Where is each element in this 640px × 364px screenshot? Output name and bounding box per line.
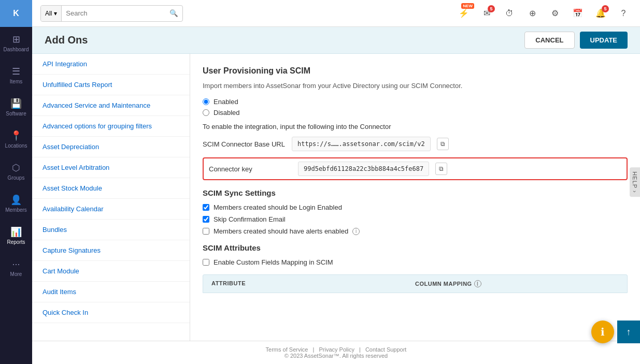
- connector-key-row: Connector key 99d5ebfd61128a22c3bb884a4c…: [203, 157, 628, 180]
- nav-item-bundles[interactable]: Bundles: [32, 220, 190, 240]
- sidebar-label-items: Items: [10, 79, 22, 84]
- sidebar-item-items[interactable]: ☰ Items: [0, 59, 32, 91]
- sidebar-label-software: Software: [6, 111, 26, 117]
- th-column-mapping: COLUMN MAPPING i: [415, 280, 619, 287]
- radio-disabled-label: Disabled: [214, 109, 240, 117]
- topbar: All ▾ 🔍 ⚡ NEW ✉ 5 ⏱ ⊕ ⚙ 📅 🔔 5 ?: [32, 0, 640, 27]
- copy-url-button[interactable]: ⧉: [437, 138, 449, 150]
- bell-icon-btn[interactable]: 🔔 5: [592, 5, 609, 22]
- lightning-icon-btn[interactable]: ⚡ NEW: [456, 5, 472, 22]
- search-button[interactable]: 🔍: [165, 9, 182, 17]
- header-actions: CANCEL UPDATE: [524, 32, 628, 49]
- checkbox-alerts-enabled: Members created should have alerts enabl…: [203, 227, 628, 235]
- footer-contact[interactable]: Contact Support: [365, 346, 407, 353]
- radio-disabled: Disabled: [203, 109, 628, 117]
- page-title: Add Ons: [45, 34, 88, 46]
- column-mapping-info-icon[interactable]: i: [474, 280, 481, 287]
- footer: Terms of Service | Privacy Policy | Cont…: [32, 341, 640, 364]
- section-desc: Import members into AssetSonar from your…: [203, 82, 628, 90]
- checkbox-login-enabled: Members created should be Login Enabled: [203, 203, 628, 211]
- checkbox-skip-confirmation-label: Skip Confirmation Email: [214, 215, 286, 223]
- scim-sync-title: SCIM Sync Settings: [203, 188, 628, 197]
- nav-item-capture-signatures[interactable]: Capture Signatures: [32, 240, 190, 261]
- search-dropdown-label: All: [45, 10, 52, 17]
- footer-terms[interactable]: Terms of Service: [266, 346, 308, 353]
- connector-key-value: 99d5ebfd61128a22c3bb884a4c5fe687: [298, 162, 429, 176]
- settings-icon-btn[interactable]: ⚙: [547, 5, 563, 22]
- nav-item-asset-level[interactable]: Asset Level Arbitration: [32, 157, 190, 178]
- nav-item-unfulfilled-carts[interactable]: Unfulfilled Carts Report: [32, 75, 190, 95]
- nav-item-quick-check-in[interactable]: Quick Check In: [32, 302, 190, 323]
- nav-item-asset-depreciation[interactable]: Asset Depreciation: [32, 137, 190, 157]
- cancel-button[interactable]: CANCEL: [524, 32, 574, 49]
- sidebar-item-reports[interactable]: 📊 Reports: [0, 220, 32, 252]
- calendar-icon-btn[interactable]: 📅: [570, 5, 586, 22]
- radio-enabled-label: Enabled: [214, 98, 238, 106]
- scim-base-url-row: SCIM Connector Base URL https://s…….asse…: [203, 137, 628, 151]
- checkbox-custom-fields-input[interactable]: [203, 259, 209, 266]
- search-input[interactable]: [62, 9, 165, 17]
- help-panel[interactable]: HELP ›: [630, 167, 640, 197]
- nav-item-api-integration[interactable]: API Integration: [32, 54, 190, 75]
- section-title: User Provisioning via SCIM: [203, 66, 628, 76]
- add-icon-btn[interactable]: ⊕: [524, 5, 541, 22]
- sidebar-label-locations: Locations: [5, 143, 27, 149]
- scroll-top-button[interactable]: ↑: [617, 321, 640, 343]
- sidebar-item-more[interactable]: ··· More: [0, 252, 32, 284]
- items-icon: ☰: [12, 66, 20, 77]
- scim-base-url-label: SCIM Connector Base URL: [203, 140, 286, 148]
- more-icon: ···: [12, 259, 20, 270]
- nav-item-advanced-options[interactable]: Advanced options for grouping filters: [32, 116, 190, 137]
- left-nav: API Integration Unfulfilled Carts Report…: [32, 54, 190, 341]
- nav-item-audit-items[interactable]: Audit Items: [32, 282, 190, 302]
- page-header: Add Ons CANCEL UPDATE: [32, 27, 640, 54]
- nav-item-advanced-service[interactable]: Advanced Service and Maintenance: [32, 95, 190, 116]
- search-dropdown[interactable]: All ▾: [41, 6, 62, 21]
- dashboard-icon: ⊞: [12, 34, 20, 45]
- th-attribute: ATTRIBUTE: [211, 280, 415, 287]
- radio-disabled-input[interactable]: [203, 109, 209, 116]
- checkbox-custom-fields-label: Enable Custom Fields Mapping in SCIM: [214, 258, 333, 266]
- help-icon-btn[interactable]: ?: [615, 5, 632, 22]
- mail-badge: 5: [488, 5, 495, 12]
- fab-button[interactable]: ℹ: [591, 321, 614, 343]
- footer-privacy[interactable]: Privacy Policy: [319, 346, 354, 353]
- connector-instruction: To enable the integration, input the fol…: [203, 123, 628, 130]
- clock-icon-btn[interactable]: ⏱: [501, 5, 518, 22]
- page-content: Add Ons CANCEL UPDATE API Integration Un…: [32, 27, 640, 364]
- right-panel: User Provisioning via SCIM Import member…: [190, 54, 640, 341]
- sidebar-label-dashboard: Dashboard: [4, 47, 29, 52]
- checkbox-alerts-enabled-input[interactable]: [203, 228, 209, 235]
- nav-item-availability-calendar[interactable]: Availability Calendar: [32, 199, 190, 220]
- checkbox-skip-confirmation-input[interactable]: [203, 216, 209, 223]
- members-icon: 👤: [10, 194, 22, 206]
- alerts-info-icon[interactable]: i: [352, 228, 360, 235]
- radio-enabled-input[interactable]: [203, 98, 209, 105]
- new-badge: NEW: [461, 3, 474, 9]
- radio-enabled: Enabled: [203, 98, 628, 106]
- reports-icon: 📊: [10, 226, 22, 238]
- avatar[interactable]: K: [0, 0, 32, 27]
- locations-icon: 📍: [10, 130, 22, 141]
- checkbox-login-enabled-label: Members created should be Login Enabled: [214, 203, 342, 211]
- sidebar-item-dashboard[interactable]: ⊞ Dashboard: [0, 27, 32, 59]
- sidebar-item-software[interactable]: 💾 Software: [0, 91, 32, 123]
- nav-item-asset-stock[interactable]: Asset Stock Module: [32, 178, 190, 199]
- nav-item-cart-module[interactable]: Cart Module: [32, 261, 190, 282]
- checkbox-login-enabled-input[interactable]: [203, 204, 209, 211]
- sidebar-label-groups: Groups: [8, 175, 25, 181]
- checkbox-custom-fields: Enable Custom Fields Mapping in SCIM: [203, 258, 628, 266]
- sidebar-item-members[interactable]: 👤 Members: [0, 187, 32, 220]
- checkbox-alerts-enabled-label: Members created should have alerts enabl…: [214, 227, 348, 235]
- update-button[interactable]: UPDATE: [580, 32, 628, 49]
- topbar-icons: ⚡ NEW ✉ 5 ⏱ ⊕ ⚙ 📅 🔔 5 ?: [456, 5, 632, 22]
- sidebar-item-locations[interactable]: 📍 Locations: [0, 123, 32, 155]
- footer-copyright: © 2023 AssetSonar™. All rights reserved: [285, 353, 388, 359]
- software-icon: 💾: [10, 98, 22, 109]
- sidebar-label-reports: Reports: [7, 239, 25, 245]
- sidebar-item-groups[interactable]: ⬡ Groups: [0, 155, 32, 187]
- copy-key-button[interactable]: ⧉: [435, 163, 447, 175]
- notif-badge: 5: [602, 5, 609, 12]
- mail-icon-btn[interactable]: ✉ 5: [478, 5, 495, 22]
- chevron-down-icon: ▾: [54, 10, 57, 17]
